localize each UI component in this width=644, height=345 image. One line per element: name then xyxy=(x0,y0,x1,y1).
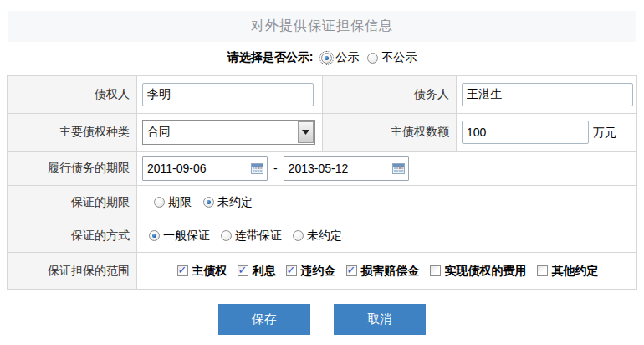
table-row: 保证的方式 一般保证 连带保证 未约定 xyxy=(8,219,637,253)
period-start-date-value: 2011-09-06 xyxy=(147,162,207,175)
calendar-icon[interactable] xyxy=(392,162,405,177)
radio-icon[interactable] xyxy=(321,53,332,64)
checkbox-label: 实现债权的费用 xyxy=(445,264,527,279)
guarantee-method-radio-unagreed[interactable]: 未约定 xyxy=(293,229,342,244)
table-row: 保证担保的范围 主债权 利息 违约金 损害赔偿金 xyxy=(8,253,637,290)
debt-amount-unit: 万元 xyxy=(593,126,616,139)
radio-label: 公示 xyxy=(335,50,359,65)
checkbox-label: 其他约定 xyxy=(552,264,599,279)
radio-label: 一般保证 xyxy=(163,229,210,244)
scope-checkbox-penalty[interactable]: 违约金 xyxy=(286,264,336,279)
radio-icon[interactable] xyxy=(154,197,165,208)
checkbox-label: 违约金 xyxy=(301,264,336,279)
period-end-date-input[interactable]: 2013-05-12 xyxy=(284,156,409,181)
save-button[interactable]: 保存 xyxy=(218,304,310,335)
scope-checkbox-damages[interactable]: 损害赔偿金 xyxy=(346,264,420,279)
scope-checkbox-other[interactable]: 其他约定 xyxy=(537,264,599,279)
guarantee-scope-label: 保证担保的范围 xyxy=(8,253,137,290)
scope-checkbox-interest[interactable]: 利息 xyxy=(238,264,276,279)
publicity-radio-public[interactable]: 公示 xyxy=(321,50,359,65)
debt-type-selected-value: 合同 xyxy=(147,125,171,140)
radio-icon[interactable] xyxy=(203,197,214,208)
radio-label: 未约定 xyxy=(217,195,253,210)
radio-label: 不公示 xyxy=(381,50,417,65)
checkbox-icon[interactable] xyxy=(430,265,441,276)
performance-period-label: 履行债务的期限 xyxy=(8,152,137,186)
checkbox-icon[interactable] xyxy=(346,265,357,276)
scope-checkbox-main-claim[interactable]: 主债权 xyxy=(177,264,227,279)
table-row: 履行债务的期限 2011-09-06 xyxy=(8,152,637,186)
guarantee-period-label: 保证的期限 xyxy=(8,186,137,219)
radio-label: 期限 xyxy=(168,195,192,210)
creditor-input[interactable] xyxy=(142,83,314,106)
debt-type-select[interactable]: 合同 xyxy=(142,120,315,145)
guarantee-method-radio-general[interactable]: 一般保证 xyxy=(149,229,210,244)
guarantee-form-table: 债权人 债务人 主要债权种类 合同 主债权数额 万元 履行债务的期限 xyxy=(7,75,637,290)
table-row: 债权人 债务人 xyxy=(8,76,637,114)
publicity-question-label: 请选择是否公示: xyxy=(227,50,314,65)
debt-type-label: 主要债权种类 xyxy=(8,114,137,152)
period-start-date-input[interactable]: 2011-09-06 xyxy=(142,156,268,181)
radio-label: 连带保证 xyxy=(235,229,282,244)
calendar-icon[interactable] xyxy=(251,162,263,177)
page-title-bar: 对外提供保证担保信息 xyxy=(8,11,636,42)
action-buttons-row: 保存 取消 xyxy=(0,304,644,335)
table-row: 主要债权种类 合同 主债权数额 万元 xyxy=(8,114,637,152)
checkbox-icon[interactable] xyxy=(286,265,297,276)
radio-icon[interactable] xyxy=(367,53,378,64)
chevron-down-icon[interactable] xyxy=(298,121,314,143)
radio-label: 未约定 xyxy=(307,229,342,244)
checkbox-label: 利息 xyxy=(253,264,276,279)
scope-checkbox-realization-costs[interactable]: 实现债权的费用 xyxy=(430,264,527,279)
publicity-radio-not-public[interactable]: 不公示 xyxy=(367,50,417,65)
date-range-separator: - xyxy=(273,162,278,175)
radio-icon[interactable] xyxy=(149,230,160,241)
radio-icon[interactable] xyxy=(221,230,232,241)
checkbox-label: 主债权 xyxy=(192,264,227,279)
checkbox-icon[interactable] xyxy=(177,265,188,276)
creditor-label: 债权人 xyxy=(8,76,137,114)
guarantee-method-radio-joint[interactable]: 连带保证 xyxy=(221,229,282,244)
debt-amount-input[interactable] xyxy=(462,121,589,144)
debt-amount-label: 主债权数额 xyxy=(323,114,457,152)
guarantee-period-radio-unagreed[interactable]: 未约定 xyxy=(203,195,253,210)
debtor-label: 债务人 xyxy=(323,76,457,114)
checkbox-icon[interactable] xyxy=(537,265,548,276)
radio-icon[interactable] xyxy=(293,230,304,241)
guarantee-period-radio-fixed[interactable]: 期限 xyxy=(154,195,192,210)
table-row: 保证的期限 期限 未约定 xyxy=(8,186,637,219)
page-title: 对外提供保证担保信息 xyxy=(251,18,393,35)
checkbox-icon[interactable] xyxy=(238,265,248,276)
publicity-choice-row: 请选择是否公示: 公示 不公示 xyxy=(0,44,644,72)
guarantee-method-label: 保证的方式 xyxy=(8,219,137,253)
period-end-date-value: 2013-05-12 xyxy=(289,162,349,175)
cancel-button[interactable]: 取消 xyxy=(334,304,426,335)
checkbox-label: 损害赔偿金 xyxy=(361,264,420,279)
debtor-input[interactable] xyxy=(462,83,633,106)
